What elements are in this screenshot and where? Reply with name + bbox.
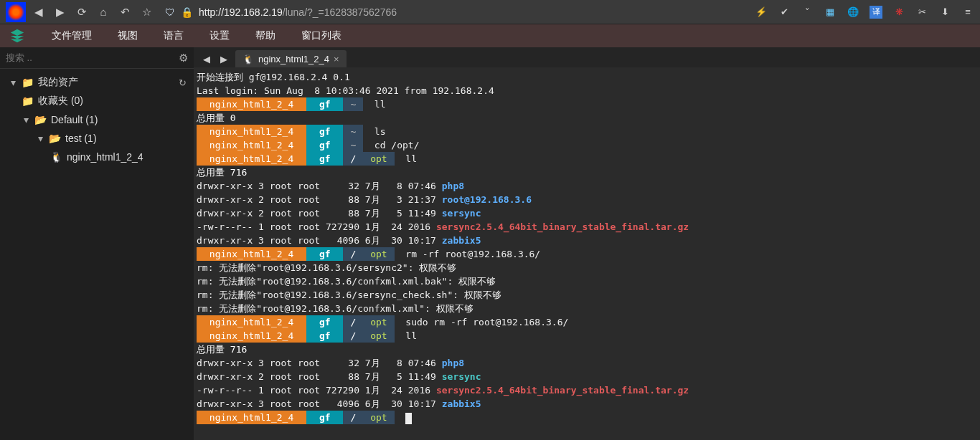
- caret-down-icon: ▾: [22, 114, 30, 125]
- menu-windows[interactable]: 窗口列表: [288, 24, 354, 47]
- terminal-tab[interactable]: 🐧 nginx_html1_2_4 ×: [235, 50, 347, 67]
- download-icon[interactable]: ⬇: [938, 6, 951, 19]
- menu-file[interactable]: 文件管理: [39, 24, 105, 47]
- tree-default[interactable]: ▾ 📂 Default (1): [0, 110, 194, 129]
- check-icon[interactable]: ✔: [778, 6, 791, 19]
- tree-root[interactable]: ▾ 📁 我的资产 ↻: [0, 73, 194, 92]
- menu-settings[interactable]: 设置: [197, 24, 242, 47]
- browser-avatar: [6, 2, 26, 22]
- tree-fav[interactable]: 📁 收藏夹 (0): [0, 92, 194, 110]
- tab-title: nginx_html1_2_4: [258, 54, 329, 64]
- tree-root-label: 我的资产: [38, 76, 78, 89]
- nav-back-button[interactable]: ◀: [30, 4, 47, 21]
- menu-lang[interactable]: 语言: [151, 24, 197, 47]
- caret-down-icon: ▾: [9, 77, 17, 88]
- menu-help[interactable]: 帮助: [242, 24, 288, 47]
- main-split: ⚙ ▾ 📁 我的资产 ↻ 📁 收藏夹 (0) ▾ 📂 Default (1) ▾…: [0, 47, 980, 440]
- tree-test-label: test (1): [65, 133, 97, 144]
- tree-fav-label: 收藏夹 (0): [38, 95, 83, 107]
- tree-leaf-label: nginx_html1_2_4: [67, 151, 143, 163]
- nav-forward-button[interactable]: ▶: [52, 4, 69, 21]
- refresh-icon[interactable]: ↻: [179, 77, 187, 88]
- close-icon[interactable]: ×: [334, 54, 339, 64]
- globe-icon[interactable]: 🌐: [847, 6, 859, 19]
- browser-toolbar: ◀ ▶ ⟳ ⌂ ↶ ☆ 🛡 🔒 http://192.168.2.19/luna…: [0, 0, 980, 24]
- terminal-tabbar: ◀ ▶ 🐧 nginx_html1_2_4 ×: [194, 47, 980, 67]
- chevron-down-icon[interactable]: ˅: [801, 6, 814, 19]
- folder-open-icon: 📂: [34, 114, 47, 125]
- folder-icon: 📁: [22, 95, 34, 107]
- sidebar-search: ⚙: [0, 47, 194, 69]
- shield-icon: 🛡: [165, 6, 175, 18]
- nav-home-button[interactable]: ⌂: [95, 4, 112, 21]
- terminal-panel: ◀ ▶ 🐧 nginx_html1_2_4 × 开始连接到 gf@192.168…: [194, 47, 980, 440]
- browser-extensions: ⚡ ✔ ˅ ▦ 🌐 译 ❋ ✂ ⬇ ≡: [755, 6, 974, 19]
- url-path: /luna/?_=1628387562766: [283, 6, 397, 18]
- tree-default-label: Default (1): [51, 114, 98, 125]
- nav-bookmark-button[interactable]: ☆: [138, 4, 155, 21]
- terminal-output[interactable]: 开始连接到 gf@192.168.2.4 0.1 Last login: Sun…: [194, 67, 980, 440]
- folder-open-icon: 📂: [49, 133, 61, 144]
- url-scheme: http://: [199, 6, 224, 18]
- asset-tree: ▾ 📁 我的资产 ↻ 📁 收藏夹 (0) ▾ 📂 Default (1) ▾ 📂…: [0, 69, 194, 171]
- linux-icon: 🐧: [50, 151, 62, 163]
- ext-red-icon[interactable]: ❋: [892, 6, 905, 19]
- tab-next-button[interactable]: ▶: [214, 50, 234, 67]
- menu-view[interactable]: 视图: [105, 24, 151, 47]
- tree-leaf-host[interactable]: 🐧 nginx_html1_2_4: [0, 148, 194, 166]
- bolt-icon[interactable]: ⚡: [755, 6, 768, 19]
- lock-icon: 🔒: [181, 6, 193, 18]
- app-menubar: 文件管理 视图 语言 设置 帮助 窗口列表: [0, 24, 980, 47]
- url-bar[interactable]: 🛡 🔒 http://192.168.2.19/luna/?_=16283875…: [159, 3, 750, 21]
- nav-undo-button[interactable]: ↶: [116, 4, 133, 21]
- search-input[interactable]: [6, 52, 179, 63]
- scissors-icon[interactable]: ✂: [915, 6, 928, 19]
- nav-reload-button[interactable]: ⟳: [73, 4, 90, 21]
- url-host: 192.168.2.19: [224, 6, 283, 18]
- linux-icon: 🐧: [242, 54, 254, 64]
- translate-icon[interactable]: 译: [870, 6, 882, 19]
- folder-icon: 📁: [22, 77, 34, 88]
- app-logo[interactable]: [7, 26, 27, 46]
- gear-icon[interactable]: ⚙: [179, 52, 188, 64]
- caret-down-icon: ▾: [36, 133, 44, 144]
- hamburger-icon[interactable]: ≡: [961, 6, 974, 19]
- sidebar: ⚙ ▾ 📁 我的资产 ↻ 📁 收藏夹 (0) ▾ 📂 Default (1) ▾…: [0, 47, 194, 440]
- grid-ext-icon[interactable]: ▦: [824, 6, 837, 19]
- tree-test[interactable]: ▾ 📂 test (1): [0, 129, 194, 148]
